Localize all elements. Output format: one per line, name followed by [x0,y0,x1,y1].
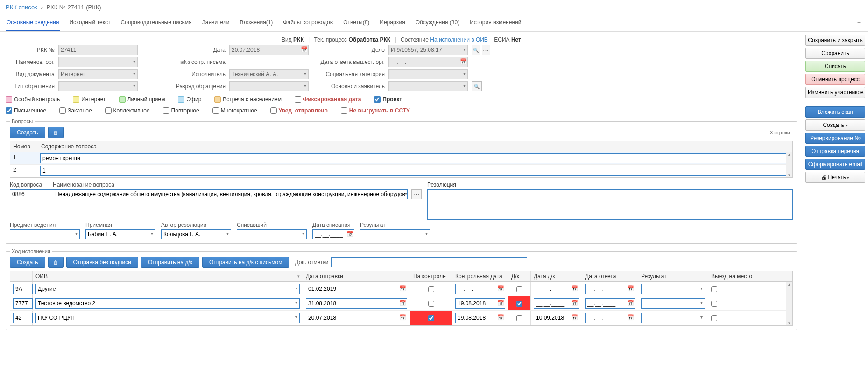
tab-3[interactable]: Заявители [201,14,231,31]
tab-8[interactable]: Обсуждения (30) [415,14,460,31]
sent-date-input[interactable] [306,298,407,309]
main-appl-select[interactable] [388,81,468,91]
chk-zakaz[interactable]: Заказное [59,107,92,114]
visit-checkbox[interactable] [711,286,717,292]
question-content-input[interactable] [40,153,790,163]
chk-repeat[interactable]: Повторное [163,107,199,114]
exec-row[interactable]: 📅 📅 📅 📅 [10,311,792,325]
qname-more-icon[interactable] [411,189,422,199]
col-sent[interactable]: Дата отправки [303,271,410,281]
ctrl-date-input[interactable] [455,284,505,294]
tab-7[interactable]: Иерархия [379,14,406,31]
tab-5[interactable]: Файлы сопроводов [282,14,334,31]
ctrl-date-input[interactable] [455,313,505,323]
qname-select[interactable] [53,189,408,199]
col-content[interactable]: Содержание вопроса [38,141,792,152]
ans-date-input[interactable] [585,284,635,294]
chk-notif[interactable]: Увед. отправлено [270,107,328,114]
question-row[interactable]: 2 [10,165,792,177]
tab-1[interactable]: Исходный текст [68,14,111,31]
ctrl-date-input[interactable] [455,298,505,309]
dk-checkbox[interactable] [516,315,522,321]
reserve-number-button[interactable]: Резервирование № [805,133,865,144]
form-email-button[interactable]: Сформировать email [805,159,865,170]
ans-date-input[interactable] [585,313,635,323]
state-link[interactable]: На исполнении в ОИВ [430,36,488,43]
chk-multi[interactable]: Многократное [212,107,257,114]
delo-search-icon[interactable] [472,45,480,55]
dk-date-input[interactable] [534,298,579,309]
save-close-button[interactable]: Сохранить и закрыть [805,35,865,46]
col-ctrl[interactable]: На контроле [410,271,452,281]
delo-select[interactable] [388,45,468,55]
cancel-process-button[interactable]: Отменить процесс [805,74,865,85]
org-select[interactable] [58,57,138,67]
send-list-button[interactable]: Отправка перечня [805,146,865,157]
sent-date-input[interactable] [306,284,407,294]
dk-date-input[interactable] [534,284,579,294]
dk-checkbox[interactable] [516,301,522,307]
tab-4[interactable]: Вложения(1) [239,14,274,31]
print-button[interactable]: Печать [805,172,865,183]
razr-select[interactable] [229,81,309,91]
questions-create-button[interactable]: Создать [10,127,45,138]
appeal-type-select[interactable] [58,81,138,91]
send-nosign-button[interactable]: Отправка без подписи [66,257,138,268]
send-dk-letter-button[interactable]: Отправить на д/к с письмом [202,257,289,268]
resol-textarea[interactable] [427,189,793,220]
col-dkdate[interactable]: Дата д/к [531,271,582,281]
add-tab-icon[interactable]: + [855,15,862,31]
writeoff-button[interactable]: Списать [805,61,865,72]
chk-collective[interactable]: Коллективное [105,107,150,114]
oiv-name-select[interactable] [35,284,300,294]
scrollbar[interactable]: ▴▾ [786,282,792,325]
exec-row[interactable]: 📅 📅 📅 📅 [10,296,792,311]
col-visit[interactable]: Выезд на место [708,271,783,281]
change-participants-button[interactable]: Изменить участников [805,87,865,98]
spis-select[interactable] [237,229,307,239]
save-button[interactable]: Сохранить [805,48,865,59]
oiv-code-input[interactable] [13,284,33,294]
col-result[interactable]: Результат [638,271,708,281]
question-row[interactable]: 1 [10,152,792,165]
visit-checkbox[interactable] [711,301,717,307]
spisdate-input[interactable] [312,229,354,239]
col-dk[interactable]: Д/к [508,271,531,281]
chk-fixed[interactable]: Фиксированная дата [295,96,361,103]
question-content-input[interactable] [40,166,790,176]
exec-row[interactable]: 📅 📅 📅 📅 [10,282,792,296]
oiv-name-select[interactable] [35,298,300,309]
col-ctrldate[interactable]: Контрольная дата [452,271,508,281]
result-select[interactable] [641,284,705,294]
extra-input[interactable] [331,257,527,267]
subj-select[interactable] [10,229,80,239]
tab-0[interactable]: Основные сведения [6,14,60,31]
breadcrumb-root[interactable]: РКК список [6,4,37,11]
result-select[interactable] [641,313,705,323]
delo-more-icon[interactable] [482,45,491,55]
visit-checkbox[interactable] [711,315,717,321]
dk-checkbox[interactable] [516,286,522,292]
oiv-name-select[interactable] [35,313,300,323]
col-num[interactable]: Номер [10,141,38,152]
exec-delete-button[interactable] [48,257,64,268]
ctrl-checkbox[interactable] [428,301,434,307]
sent-date-input[interactable] [306,313,407,323]
chk-written[interactable]: Письменное [6,107,46,114]
priem-select[interactable] [85,229,155,239]
exec-create-button[interactable]: Создать [10,257,45,268]
oiv-code-input[interactable] [13,298,33,309]
dk-date-input[interactable] [534,313,579,323]
attach-scan-button[interactable]: Вложить скан [805,106,865,118]
main-appl-search-icon[interactable] [472,81,482,91]
tab-6[interactable]: Ответы(8) [342,14,370,31]
col-ansdate[interactable]: Дата ответа [582,271,638,281]
col-oiv[interactable]: ОИВ ▾ [33,271,303,281]
side-create-button[interactable]: Создать [805,119,865,131]
oiv-code-input[interactable] [13,313,33,323]
ans-date-input[interactable] [585,298,635,309]
ispol-select[interactable] [229,69,309,79]
author-select[interactable] [161,229,231,239]
result-select[interactable] [641,298,705,309]
chk-nosstu[interactable]: Не выгружать в ССТУ [341,107,410,114]
